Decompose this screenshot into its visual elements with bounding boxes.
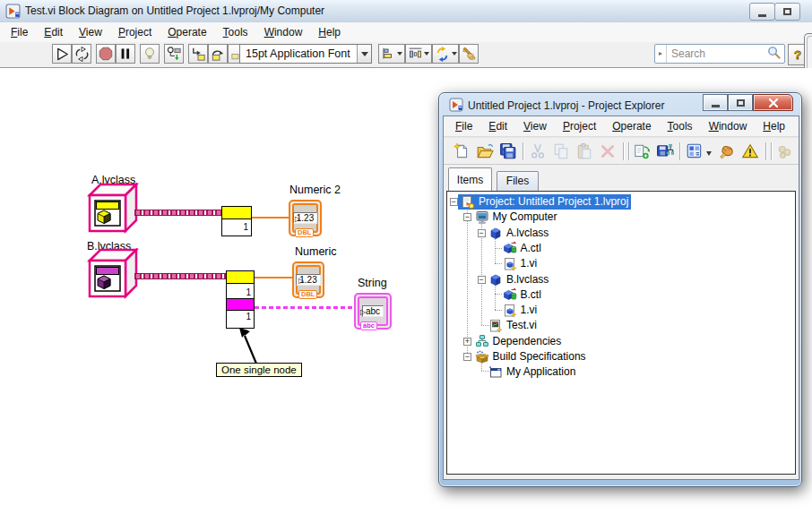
main-menu-tools[interactable]: Tools: [215, 23, 256, 42]
search-icon[interactable]: [766, 45, 784, 64]
distribute-objects-button[interactable]: [405, 44, 432, 64]
tree-item-a-lvclass[interactable]: A.lvclass: [486, 226, 551, 241]
tab-items[interactable]: Items: [448, 167, 492, 191]
numeric-terminal[interactable]: ▷ 1.23 DBL: [292, 261, 324, 298]
open-button[interactable]: [475, 141, 495, 161]
numeric2-wire[interactable]: [252, 217, 289, 218]
minimize-button[interactable]: [749, 3, 775, 21]
pe-close-button[interactable]: [753, 94, 793, 111]
tree-row[interactable]: A.ctl: [447, 241, 795, 256]
numeric2-terminal[interactable]: ▷ 1.23 DBL: [289, 200, 322, 236]
class-a-wire[interactable]: [134, 210, 223, 216]
tree-row[interactable]: −A.lvclass: [447, 226, 795, 241]
unbundle-b-string-cell[interactable]: [227, 298, 254, 310]
step-into-button[interactable]: [188, 44, 208, 64]
chevron-down-icon[interactable]: [706, 151, 712, 158]
unbundle-a-numeric-cell[interactable]: [222, 207, 251, 218]
class-b-wire[interactable]: [134, 273, 226, 279]
tree-row[interactable]: 1.vi: [447, 303, 795, 318]
annotation-label[interactable]: One single node: [216, 363, 302, 377]
class-a-constant[interactable]: [86, 183, 140, 238]
main-menu-project[interactable]: Project: [110, 23, 160, 42]
tree-row[interactable]: Test.vi: [447, 318, 795, 333]
string-terminal[interactable]: ▷ abc abc: [354, 293, 392, 330]
main-menu-help[interactable]: Help: [310, 23, 349, 42]
new-file-button[interactable]: [452, 141, 471, 161]
maximize-button[interactable]: [774, 3, 800, 21]
tree-item-my-application[interactable]: My Application: [486, 364, 578, 380]
class-b-constant[interactable]: [86, 248, 140, 304]
project-tree[interactable]: −Project: Untitled Project 1.lvproj−My C…: [446, 191, 796, 475]
pe-menu-operate[interactable]: Operate: [604, 117, 659, 136]
abort-button[interactable]: [96, 44, 116, 64]
search-box[interactable]: ▸ Search: [654, 44, 785, 64]
pe-menu-help[interactable]: Help: [755, 117, 793, 136]
expand-box[interactable]: +: [463, 338, 471, 346]
tree-item-test-vi[interactable]: Test.vi: [486, 318, 540, 333]
tree-row[interactable]: 1.vi: [447, 256, 795, 271]
tree-item-my-computer[interactable]: My Computer: [472, 210, 560, 225]
pause-button[interactable]: [116, 44, 135, 64]
collapse-box[interactable]: −: [463, 213, 471, 221]
save-hierarchy-button[interactable]: [655, 141, 675, 161]
tree-row[interactable]: −My Computer: [447, 210, 795, 225]
tree-item-1-vi[interactable]: 1.vi: [500, 256, 540, 271]
tree-item-b-ctl[interactable]: B.ctl: [500, 287, 544, 303]
tree-row[interactable]: −Project: Untitled Project 1.lvproj: [447, 194, 795, 210]
project-explorer-window[interactable]: Untitled Project 1.lvproj - Project Expl…: [438, 92, 802, 487]
tree-item-project-untitled-project-1-lvproj[interactable]: Project: Untitled Project 1.lvproj: [458, 194, 631, 210]
resolve-conflicts-button[interactable]: [632, 141, 652, 161]
run-continuously-button[interactable]: [72, 44, 91, 64]
pe-menu-tools[interactable]: Tools: [660, 117, 701, 136]
pe-menu-view[interactable]: View: [515, 117, 555, 136]
collapse-box[interactable]: −: [450, 198, 458, 206]
icon-view-button[interactable]: [685, 141, 704, 161]
search-handle-icon[interactable]: ▸: [655, 45, 667, 63]
highlight-execution-button[interactable]: [140, 44, 160, 64]
font-selector-dropdown[interactable]: [357, 45, 371, 63]
run-button[interactable]: [52, 44, 72, 64]
pe-menu-project[interactable]: Project: [555, 117, 604, 136]
show-warnings-button[interactable]: [740, 141, 760, 161]
collapse-box[interactable]: −: [478, 229, 486, 237]
collapse-box[interactable]: −: [463, 353, 471, 361]
main-menu-operate[interactable]: Operate: [160, 23, 214, 42]
tree-item-b-lvclass[interactable]: B.lvclass: [486, 272, 551, 287]
tab-files[interactable]: Files: [497, 171, 539, 191]
tree-item-dependencies[interactable]: Dependencies: [472, 334, 565, 349]
tree-row[interactable]: My Application: [447, 364, 795, 380]
unbundle-node-a[interactable]: 1: [221, 206, 252, 236]
search-input[interactable]: Search: [667, 47, 766, 60]
pe-maximize-button[interactable]: [728, 94, 753, 111]
unbundle-a-index-cell[interactable]: 1: [222, 218, 251, 233]
tree-item-1-vi[interactable]: 1.vi: [500, 303, 540, 318]
retain-wire-values-button[interactable]: [164, 44, 184, 64]
tree-item-build-specifications[interactable]: Build Specifications: [472, 349, 589, 364]
main-menu-edit[interactable]: Edit: [36, 23, 71, 42]
save-all-button[interactable]: [498, 141, 518, 161]
unbundle-b-index1-cell[interactable]: 1: [227, 283, 254, 298]
unbundle-b-numeric-cell[interactable]: [227, 271, 254, 283]
align-objects-button[interactable]: [378, 44, 405, 64]
collapse-box[interactable]: −: [478, 276, 486, 284]
pe-minimize-button[interactable]: [703, 94, 728, 111]
unbundle-b-index2-cell[interactable]: 1: [227, 310, 254, 322]
tree-row[interactable]: −Build Specifications: [447, 349, 795, 364]
arrange-button[interactable]: [717, 141, 737, 161]
unbundle-node-b[interactable]: 1 1: [226, 270, 255, 329]
clean-up-diagram-button[interactable]: [459, 44, 479, 64]
string-wire[interactable]: [255, 306, 354, 309]
pe-menu-edit[interactable]: Edit: [480, 117, 515, 136]
tree-item-a-ctl[interactable]: A.ctl: [500, 241, 544, 256]
pe-menu-file[interactable]: File: [447, 117, 480, 136]
main-menu-window[interactable]: Window: [256, 23, 311, 42]
numeric-wire[interactable]: [255, 277, 292, 278]
tree-row[interactable]: +Dependencies: [447, 334, 795, 349]
reorder-button[interactable]: [432, 44, 459, 64]
tree-row[interactable]: B.ctl: [447, 287, 795, 303]
pe-menu-window[interactable]: Window: [701, 117, 756, 136]
font-selector[interactable]: 15pt Application Font: [239, 44, 372, 64]
main-menu-view[interactable]: View: [71, 23, 110, 42]
main-menu-file[interactable]: File: [3, 23, 36, 42]
step-over-button[interactable]: [208, 44, 228, 64]
